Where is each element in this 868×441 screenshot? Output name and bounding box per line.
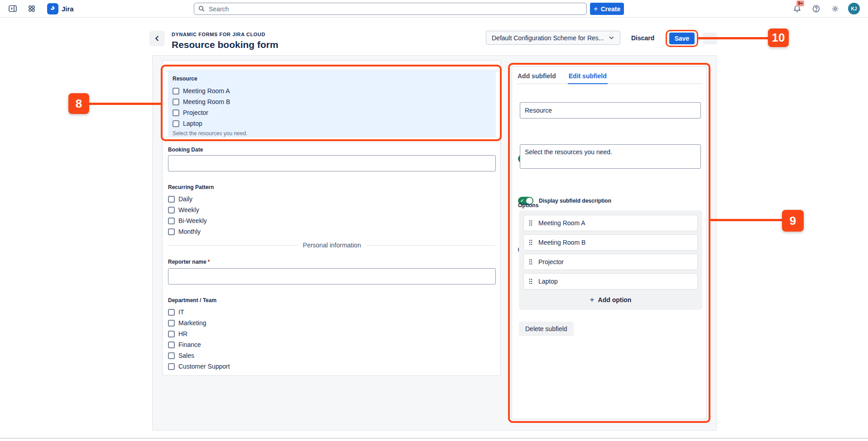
sidebar-toggle-icon[interactable]	[5, 1, 20, 16]
department-options: IT Marketing HR Finance Sales Customer S…	[168, 307, 230, 372]
toggle-label: Display subfield description	[539, 198, 611, 204]
resource-option-row: Laptop	[173, 118, 491, 129]
drag-handle-icon[interactable]	[528, 239, 533, 246]
top-navigation-bar: Jira + Create 9+ KJ	[0, 0, 868, 18]
checkbox[interactable]	[168, 228, 175, 235]
create-button[interactable]: + Create	[590, 3, 624, 15]
options-list-container: Meeting Room A Meeting Room B Projector …	[519, 210, 702, 310]
resource-option-row: Projector	[173, 107, 491, 118]
tab-edit-subfield[interactable]: Edit subfield	[568, 71, 608, 83]
department-option-row: Customer Support	[168, 361, 230, 372]
option-label: Meeting Room A	[538, 219, 585, 227]
booking-date-input[interactable]	[168, 155, 496, 171]
plus-icon: +	[590, 295, 595, 304]
brand-name: Jira	[62, 5, 74, 13]
section-divider: Personal information	[168, 242, 496, 249]
page-title: Resource booking form	[172, 39, 278, 50]
option-label: Projector	[538, 258, 564, 266]
create-button-label: Create	[601, 5, 621, 13]
more-actions-button[interactable]: ⋯	[703, 33, 717, 44]
drag-handle-icon[interactable]	[528, 220, 533, 226]
checkbox-label: Projector	[183, 109, 208, 116]
option-row-draggable[interactable]: Laptop	[523, 273, 698, 289]
app-switcher-icon[interactable]	[24, 1, 39, 16]
department-team-label: Department / Team	[168, 297, 216, 303]
add-option-button[interactable]: + Add option	[523, 293, 698, 307]
window-bottom-edge	[0, 438, 868, 439]
checkbox[interactable]	[168, 207, 175, 213]
save-button[interactable]: Save	[669, 33, 695, 44]
scheme-dropdown-value: Default Configuration Scheme for Res...	[492, 34, 604, 42]
checkbox-label: Sales	[178, 352, 194, 359]
reporter-name-input[interactable]	[168, 268, 496, 285]
divider-label: Personal information	[303, 242, 361, 249]
settings-gear-icon[interactable]	[829, 3, 841, 14]
option-label: Meeting Room B	[538, 239, 585, 246]
reporter-name-label-text: Reporter name	[168, 259, 206, 265]
drag-handle-icon[interactable]	[528, 259, 533, 265]
options-label: Options	[518, 202, 538, 209]
checkbox[interactable]	[168, 218, 175, 224]
checkbox[interactable]	[173, 99, 179, 105]
department-option-row: Sales	[168, 350, 230, 361]
annotation-line-9	[710, 219, 783, 221]
checkbox-label: Bi-Weekly	[178, 217, 207, 224]
annotation-badge-8: 8	[68, 93, 89, 114]
notification-count-badge: 9+	[796, 0, 804, 6]
required-asterisk: *	[208, 259, 210, 265]
reporter-name-label: Reporter name*	[168, 259, 210, 265]
option-row-draggable[interactable]: Meeting Room B	[523, 234, 698, 251]
resource-field-selected[interactable]: Resource Meeting Room A Meeting Room B P…	[168, 70, 496, 138]
department-option-row: IT	[168, 307, 230, 318]
recurring-option-row: Monthly	[168, 226, 207, 237]
checkbox-label: Marketing	[178, 319, 206, 327]
divider-line	[366, 245, 496, 246]
checkbox[interactable]	[168, 352, 175, 359]
checkbox[interactable]	[168, 320, 175, 327]
search-input[interactable]	[194, 3, 587, 15]
resource-option-row: Meeting Room A	[173, 85, 491, 96]
checkbox[interactable]	[168, 363, 175, 370]
booking-date-label: Booking Date	[168, 147, 203, 153]
nav-right-group: 9+ KJ	[791, 0, 860, 17]
jira-home-link[interactable]: Jira	[47, 3, 74, 14]
resource-helper-text: Select the resources you need.	[173, 130, 491, 137]
option-row-draggable[interactable]: Meeting Room A	[523, 215, 698, 231]
form-preview-panel: Resource Meeting Room A Meeting Room B P…	[162, 60, 501, 376]
help-icon[interactable]	[810, 3, 822, 14]
resource-options: Meeting Room A Meeting Room B Projector …	[173, 85, 491, 129]
subfield-name-input[interactable]	[520, 102, 701, 119]
checkbox[interactable]	[173, 120, 179, 127]
option-row-draggable[interactable]: Projector	[523, 254, 698, 270]
notifications-button[interactable]: 9+	[791, 3, 803, 14]
subfield-editor-panel: Add subfield Edit subfield ✓ Display sub…	[512, 66, 707, 419]
checkbox[interactable]	[168, 341, 175, 348]
checkbox[interactable]	[168, 331, 175, 337]
plus-icon: +	[594, 5, 598, 13]
back-button[interactable]	[149, 31, 165, 46]
global-search	[194, 3, 587, 15]
delete-subfield-button[interactable]: Delete subfield	[519, 322, 574, 336]
drag-handle-icon[interactable]	[528, 278, 533, 285]
tab-add-subfield[interactable]: Add subfield	[517, 71, 557, 83]
checkbox-label: Daily	[178, 195, 192, 203]
subfield-description-input[interactable]	[520, 144, 701, 169]
checkbox-label: Meeting Room B	[183, 98, 230, 105]
checkbox[interactable]	[168, 309, 175, 316]
jira-form-builder-page: Jira + Create 9+ KJ	[0, 0, 868, 441]
configuration-scheme-dropdown[interactable]: Default Configuration Scheme for Res...	[486, 31, 620, 45]
checkbox-label: Monthly	[178, 228, 201, 235]
chevron-down-icon	[609, 35, 614, 41]
user-avatar[interactable]: KJ	[848, 3, 860, 14]
option-label: Laptop	[538, 278, 558, 285]
annotation-line-8	[89, 103, 162, 105]
department-option-row: Marketing	[168, 318, 230, 328]
discard-button[interactable]: Discard	[631, 33, 654, 43]
divider-line	[168, 245, 297, 246]
checkbox[interactable]	[173, 109, 179, 116]
annotation-badge-9: 9	[782, 210, 804, 232]
checkbox[interactable]	[168, 196, 175, 203]
checkbox[interactable]	[173, 88, 179, 95]
recurring-pattern-options: Daily Weekly Bi-Weekly Monthly	[168, 194, 207, 237]
checkbox-label: IT	[178, 308, 184, 316]
